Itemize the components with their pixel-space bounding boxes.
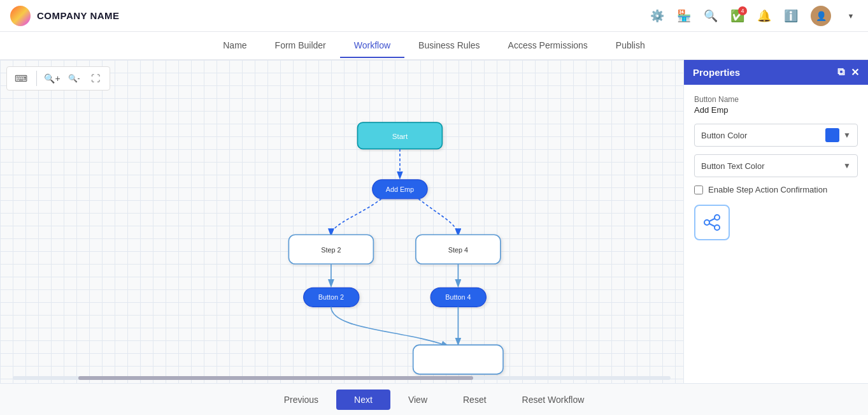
header-right: ⚙️ 🏪 🔍 ✅ 4 🔔 ℹ️ 👤 ▼ <box>650 6 858 26</box>
reset-workflow-button[interactable]: Reset Workflow <box>504 390 602 410</box>
node-add-emp-label: Add Emp <box>386 186 414 193</box>
panel-header-icons: ⧉ ✕ <box>837 66 859 78</box>
previous-button[interactable]: Previous <box>266 390 336 410</box>
notification-badge: 4 <box>738 6 747 15</box>
footer: Previous Next View Reset Reset Workflow <box>0 383 868 415</box>
node-button2-label: Button 2 <box>318 294 344 302</box>
svg-line-7 <box>709 219 715 221</box>
button-text-color-label: Button Text Color <box>701 161 843 171</box>
node-step3-label: Step 3 <box>448 356 469 364</box>
workflow-icon <box>702 212 722 233</box>
button-color-swatch[interactable] <box>825 128 839 142</box>
button-text-color-row[interactable]: Button Text Color ▼ <box>694 154 858 177</box>
reset-button[interactable]: Reset <box>445 390 504 410</box>
header-left: COMPANY NAME <box>10 6 120 26</box>
enable-step-label: Enable Step Action Confirmation <box>708 185 827 194</box>
svg-point-4 <box>704 220 709 225</box>
scrollbar-thumb <box>78 376 473 380</box>
button-color-label: Button Color <box>701 131 825 140</box>
svg-point-5 <box>715 215 720 220</box>
enable-step-action-row[interactable]: Enable Step Action Confirmation <box>694 185 858 194</box>
node-step4-label: Step 4 <box>448 246 468 254</box>
button-color-chevron-icon[interactable]: ▼ <box>843 131 851 140</box>
main-content: ⌨ 🔍+ 🔍- ⛶ Start <box>0 60 868 383</box>
user-avatar[interactable]: 👤 <box>811 6 831 26</box>
workflow-canvas[interactable]: ⌨ 🔍+ 🔍- ⛶ Start <box>0 60 683 383</box>
header: COMPANY NAME ⚙️ 🏪 🔍 ✅ 4 🔔 ℹ️ 👤 ▼ <box>0 0 868 32</box>
search-icon[interactable]: 🔍 <box>704 9 718 23</box>
tab-name[interactable]: Name <box>209 34 260 58</box>
bell-icon[interactable]: 🔔 <box>757 9 771 23</box>
canvas-scrollbar[interactable] <box>0 375 683 381</box>
svg-point-6 <box>715 225 720 230</box>
panel-header: Properties ⧉ ✕ <box>684 60 868 85</box>
button-text-color-chevron-icon[interactable]: ▼ <box>843 161 851 170</box>
scrollbar-track <box>13 376 671 380</box>
next-button[interactable]: Next <box>336 390 390 410</box>
info-icon[interactable]: ℹ️ <box>784 9 798 23</box>
node-start-label: Start <box>392 132 408 140</box>
button-name-value: Add Emp <box>694 105 858 115</box>
nav-tabs: Name Form Builder Workflow Business Rule… <box>0 32 868 60</box>
node-button4-label: Button 4 <box>445 294 471 302</box>
check-icon[interactable]: ✅ 4 <box>730 9 744 23</box>
node-step2-label: Step 2 <box>321 246 341 254</box>
company-logo <box>10 6 31 26</box>
panel-close-icon[interactable]: ✕ <box>851 66 859 78</box>
panel-title: Properties <box>693 67 740 78</box>
gear-icon[interactable]: ⚙️ <box>650 9 664 23</box>
company-name: COMPANY NAME <box>37 10 120 21</box>
avatar-chevron-icon[interactable]: ▼ <box>844 9 858 23</box>
button-name-label: Button Name <box>694 95 858 104</box>
enable-step-checkbox[interactable] <box>694 186 703 194</box>
button-color-row[interactable]: Button Color ▼ <box>694 124 858 147</box>
diagram-icon-button[interactable] <box>694 205 730 240</box>
view-button[interactable]: View <box>390 390 445 410</box>
tab-workflow[interactable]: Workflow <box>340 34 404 58</box>
workflow-diagram: Start Add Emp Step 2 Step 4 Button <box>0 60 683 383</box>
tab-form-builder[interactable]: Form Builder <box>261 34 340 58</box>
panel-body: Button Name Add Emp Button Color ▼ Butto… <box>684 85 868 383</box>
tab-business-rules[interactable]: Business Rules <box>404 34 494 58</box>
tab-publish[interactable]: Publish <box>602 34 659 58</box>
svg-line-8 <box>709 224 715 226</box>
tab-access-permissions[interactable]: Access Permissions <box>494 34 602 58</box>
panel-resize-icon[interactable]: ⧉ <box>837 66 844 78</box>
store-icon[interactable]: 🏪 <box>677 9 691 23</box>
properties-panel: Properties ⧉ ✕ Button Name Add Emp Butto… <box>683 60 868 383</box>
